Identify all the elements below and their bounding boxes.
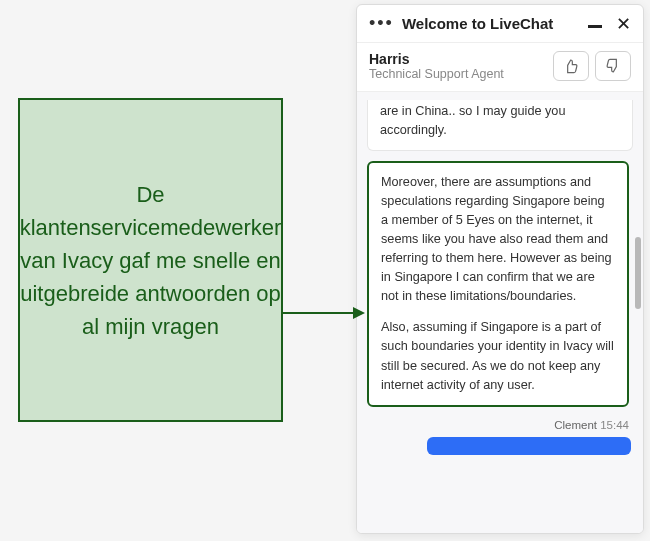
agent-info-bar: Harris Technical Support Agent [357,43,643,92]
thumbs-up-icon [563,58,579,74]
annotation-arrow [283,312,363,314]
rating-buttons [553,51,631,81]
annotation-text: De klantenservicemedewerker van Ivacy ga… [20,178,282,343]
agent-role: Technical Support Agent [369,67,545,81]
user-message-bubble [427,437,631,455]
agent-message-highlighted: Moreover, there are assumptions and spec… [367,161,629,407]
agent-name: Harris [369,51,545,67]
close-icon[interactable]: ✕ [616,15,631,33]
agent-info: Harris Technical Support Agent [369,51,545,81]
livechat-window: ••• Welcome to LiveChat ✕ Harris Technic… [356,4,644,534]
scrollbar-track[interactable] [635,92,641,533]
user-message-meta: Clement 15:44 [367,417,633,435]
thumbs-down-icon [605,58,621,74]
minimize-icon[interactable] [588,25,602,28]
more-options-icon[interactable]: ••• [369,13,394,34]
thumbs-down-button[interactable] [595,51,631,81]
message-time: 15:44 [600,419,629,431]
message-paragraph: Also, assuming if Singapore is a part of… [381,318,615,394]
chat-title: Welcome to LiveChat [402,15,580,32]
scrollbar-thumb[interactable] [635,237,641,309]
message-text: are in China.. so I may guide you accord… [380,104,565,137]
window-controls: ✕ [588,15,631,33]
chat-messages-area[interactable]: are in China.. so I may guide you accord… [357,92,643,533]
user-name: Clement [554,419,597,431]
agent-message: are in China.. so I may guide you accord… [367,100,633,151]
chat-header: ••• Welcome to LiveChat ✕ [357,5,643,43]
message-paragraph: Moreover, there are assumptions and spec… [381,173,615,306]
annotation-callout: De klantenservicemedewerker van Ivacy ga… [18,98,283,422]
thumbs-up-button[interactable] [553,51,589,81]
